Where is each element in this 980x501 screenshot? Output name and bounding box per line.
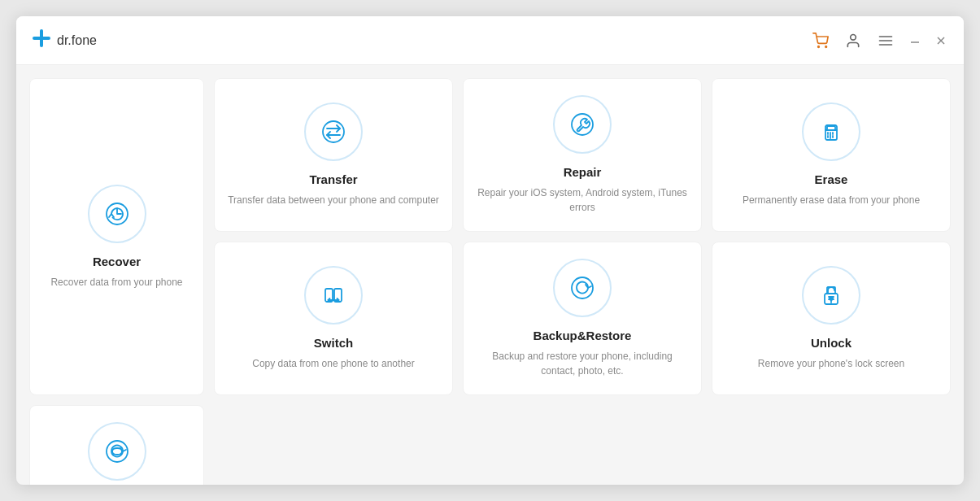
unlock-desc: Remove your phone's lock screen bbox=[758, 356, 904, 371]
transfer-desc: Transfer data between your phone and com… bbox=[228, 193, 439, 207]
social-card[interactable]: Restore Social App Backup&Restore your W… bbox=[29, 405, 204, 485]
svg-point-2 bbox=[818, 46, 820, 47]
user-button[interactable] bbox=[843, 31, 863, 50]
unlock-title: Unlock bbox=[811, 336, 852, 350]
repair-desc: Repair your iOS system, Android system, … bbox=[477, 185, 688, 215]
switch-card[interactable]: Switch Copy data from one phone to anoth… bbox=[214, 242, 453, 395]
unlock-icon-wrapper bbox=[802, 266, 860, 325]
svg-rect-25 bbox=[827, 126, 835, 130]
close-button[interactable] bbox=[934, 34, 947, 47]
social-icon-wrapper bbox=[88, 422, 146, 481]
backup-title: Backup&Restore bbox=[534, 329, 632, 342]
recover-desc: Recover data from your phone bbox=[50, 275, 182, 290]
switch-icon-wrapper bbox=[304, 266, 363, 325]
svg-point-29 bbox=[572, 277, 593, 298]
svg-rect-1 bbox=[40, 29, 43, 47]
recover-card[interactable]: Recover Recover data from your phone bbox=[29, 78, 204, 395]
erase-card[interactable]: Erase Permanently erase data from your p… bbox=[712, 78, 951, 232]
logo: dr.fone bbox=[33, 29, 97, 52]
erase-desc: Permanently erase data from your phone bbox=[743, 193, 920, 207]
backup-card[interactable]: Backup&Restore Backup and restore your p… bbox=[463, 242, 702, 395]
app-window: dr.fone bbox=[16, 16, 964, 485]
unlock-card[interactable]: Unlock Remove your phone's lock screen bbox=[712, 242, 951, 395]
content-grid: Recover Recover data from your phone Tra… bbox=[16, 65, 964, 485]
switch-title: Switch bbox=[314, 336, 353, 350]
logo-icon bbox=[33, 29, 50, 52]
logo-label: dr.fone bbox=[57, 33, 97, 48]
svg-point-3 bbox=[825, 46, 827, 47]
recover-title: Recover bbox=[93, 255, 141, 268]
transfer-card[interactable]: Transfer Transfer data between your phon… bbox=[214, 78, 453, 232]
recover-icon-wrapper bbox=[88, 185, 146, 243]
switch-desc: Copy data from one phone to another bbox=[252, 356, 414, 371]
repair-icon-wrapper bbox=[553, 95, 612, 154]
svg-point-12 bbox=[323, 121, 344, 142]
repair-card[interactable]: Repair Repair your iOS system, Android s… bbox=[463, 78, 702, 232]
svg-point-4 bbox=[851, 34, 856, 40]
cart-button[interactable] bbox=[811, 31, 830, 50]
title-bar-actions bbox=[811, 31, 947, 50]
transfer-icon-wrapper bbox=[304, 102, 363, 161]
svg-point-36 bbox=[107, 441, 128, 462]
erase-icon-wrapper bbox=[802, 102, 860, 161]
backup-desc: Backup and restore your phone, including… bbox=[477, 349, 688, 378]
backup-icon-wrapper bbox=[553, 259, 612, 317]
erase-title: Erase bbox=[815, 172, 848, 186]
repair-title: Repair bbox=[564, 165, 602, 179]
transfer-title: Transfer bbox=[309, 172, 357, 186]
title-bar: dr.fone bbox=[16, 16, 964, 65]
menu-button[interactable] bbox=[876, 31, 895, 50]
minimize-button[interactable] bbox=[908, 34, 921, 47]
